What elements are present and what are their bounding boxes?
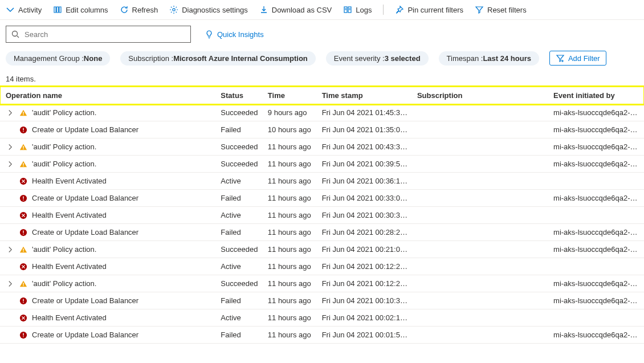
filter-value: 3 selected	[385, 54, 421, 63]
table-row[interactable]: Create or Update Load BalancerFailed11 h…	[0, 190, 644, 207]
timestamp-value: Fri Jun 04 2021 01:35:0…	[319, 121, 414, 138]
refresh-button[interactable]: Refresh	[120, 5, 158, 14]
table-row[interactable]: 'audit' Policy action.Succeeded9 hours a…	[0, 104, 644, 121]
error-icon	[19, 331, 27, 339]
col-time[interactable]: Time	[264, 87, 319, 104]
search-row: Quick Insights	[0, 20, 644, 48]
timestamp-value: Fri Jun 04 2021 00:30:3…	[319, 207, 414, 224]
col-timestamp[interactable]: Time stamp	[319, 87, 414, 104]
refresh-label: Refresh	[132, 6, 158, 14]
search-input[interactable]	[25, 30, 186, 39]
expand-toggle[interactable]	[6, 280, 15, 287]
filter-severity[interactable]: Event severity : 3 selected	[326, 51, 429, 66]
table-row[interactable]: Health Event ActivatedActive11 hours ago…	[0, 258, 644, 275]
subscription-value	[414, 104, 550, 121]
filter-label: Event severity :	[334, 54, 385, 63]
subscription-value	[414, 292, 550, 309]
table-row[interactable]: 'audit' Policy action.Succeeded11 hours …	[0, 275, 644, 292]
filter-icon	[475, 5, 484, 14]
operation-name: 'audit' Policy action.	[32, 279, 96, 288]
table-row[interactable]: 'audit' Policy action.Succeeded11 hours …	[0, 156, 644, 173]
timestamp-value: Fri Jun 04 2021 00:12:2…	[319, 275, 414, 292]
activity-label: Activity	[18, 6, 42, 14]
diagnostics-button[interactable]: Diagnostics settings	[169, 5, 248, 14]
filter-value: None	[84, 54, 103, 63]
filter-value: Microsoft Azure Internal Consumption	[173, 54, 308, 63]
subscription-value	[414, 207, 550, 224]
col-status[interactable]: Status	[217, 87, 264, 104]
logs-button[interactable]: Logs	[343, 5, 372, 14]
status-value: Active	[217, 173, 264, 190]
warn-icon	[19, 280, 27, 288]
search-icon	[11, 30, 20, 39]
add-filter-button[interactable]: Add Filter	[549, 51, 606, 66]
operation-name: Health Event Activated	[32, 313, 107, 322]
timestamp-value: Fri Jun 04 2021 00:43:3…	[319, 138, 414, 156]
edit-columns-button[interactable]: Edit columns	[53, 5, 108, 14]
initiated-by-value: mi-aks-lsuoccqde6qa2-co…	[550, 241, 644, 258]
pin-filters-button[interactable]: Pin current filters	[395, 5, 463, 14]
filter-label: Timespan :	[447, 54, 483, 63]
expand-toggle[interactable]	[6, 246, 15, 253]
expand-toggle[interactable]	[6, 109, 15, 116]
pin-filters-label: Pin current filters	[407, 6, 463, 14]
bulb-icon	[205, 30, 214, 39]
timestamp-value: Fri Jun 04 2021 00:33:0…	[319, 190, 414, 207]
filter-subscription[interactable]: Subscription : Microsoft Azure Internal …	[120, 51, 315, 66]
timestamp-value: Fri Jun 04 2021 01:45:3…	[319, 104, 414, 121]
status-value: Active	[217, 309, 264, 327]
pin-icon	[395, 5, 404, 14]
table-row[interactable]: Create or Update Load BalancerFailed11 h…	[0, 292, 644, 309]
filter-management-group[interactable]: Management Group : None	[6, 51, 110, 66]
table-row[interactable]: Health Event ActivatedActive11 hours ago…	[0, 173, 644, 190]
quick-insights-label: Quick Insights	[217, 30, 264, 39]
col-operation[interactable]: Operation name	[0, 87, 217, 104]
bad-icon	[19, 263, 27, 271]
table-row[interactable]: 'audit' Policy action.Succeeded11 hours …	[0, 241, 644, 258]
timestamp-value: Fri Jun 04 2021 00:39:5…	[319, 156, 414, 173]
quick-insights-button[interactable]: Quick Insights	[205, 30, 264, 39]
table-row[interactable]: Create or Update Load BalancerFailed11 h…	[0, 327, 644, 344]
initiated-by-value: mi-aks-lsuoccqde6qa2-co…	[550, 275, 644, 292]
search-box[interactable]	[6, 26, 191, 43]
table-header-row: Operation name Status Time Time stamp Su…	[0, 87, 644, 104]
initiated-by-value: mi-aks-lsuoccqde6qa2-co…	[550, 104, 644, 121]
status-value: Failed	[217, 224, 264, 241]
operation-name: Health Event Activated	[32, 177, 107, 185]
logs-label: Logs	[356, 6, 372, 14]
download-csv-button[interactable]: Download as CSV	[259, 5, 332, 14]
timestamp-value: Fri Jun 04 2021 00:36:1…	[319, 173, 414, 190]
operation-name: Create or Update Load Balancer	[32, 331, 138, 339]
warn-icon	[19, 143, 27, 151]
table-row[interactable]: 'audit' Policy action.Succeeded11 hours …	[0, 138, 644, 156]
activity-log-table: Operation name Status Time Time stamp Su…	[0, 87, 644, 344]
table-row[interactable]: Create or Update Load BalancerFailed11 h…	[0, 224, 644, 241]
initiated-by-value	[550, 309, 644, 327]
time-value: 11 hours ago	[264, 258, 319, 275]
logs-icon	[343, 5, 352, 14]
bad-icon	[19, 314, 27, 322]
table-row[interactable]: Create or Update Load BalancerFailed10 h…	[0, 121, 644, 138]
operation-name: 'audit' Policy action.	[32, 108, 96, 117]
col-subscription[interactable]: Subscription	[414, 87, 550, 104]
filter-value: Last 24 hours	[483, 54, 531, 63]
table-row[interactable]: Health Event ActivatedActive11 hours ago…	[0, 207, 644, 224]
col-initiated-by[interactable]: Event initiated by	[550, 87, 644, 104]
status-value: Failed	[217, 292, 264, 309]
reset-filters-button[interactable]: Reset filters	[475, 5, 527, 14]
activity-button[interactable]: Activity	[6, 5, 42, 14]
timestamp-value: Fri Jun 04 2021 00:12:2…	[319, 258, 414, 275]
table-row[interactable]: Health Event ActivatedActive11 hours ago…	[0, 309, 644, 327]
filter-timespan[interactable]: Timespan : Last 24 hours	[439, 51, 539, 66]
status-value: Succeeded	[217, 156, 264, 173]
expand-toggle[interactable]	[6, 144, 15, 150]
time-value: 10 hours ago	[264, 121, 319, 138]
operation-name: Create or Update Load Balancer	[32, 296, 138, 305]
warn-icon	[19, 160, 27, 168]
warn-icon	[19, 246, 27, 254]
subscription-value	[414, 327, 550, 344]
expand-toggle[interactable]	[6, 161, 15, 168]
operation-name: Create or Update Load Balancer	[32, 125, 138, 134]
operation-name: Create or Update Load Balancer	[32, 228, 138, 236]
bad-icon	[19, 177, 27, 185]
